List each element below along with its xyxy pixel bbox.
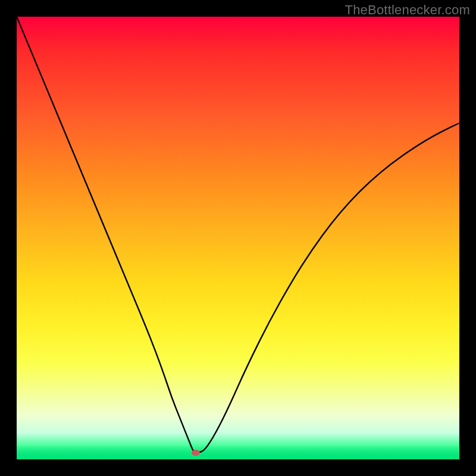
bottom-green-band <box>17 445 459 459</box>
curve-path <box>17 17 459 453</box>
watermark-text: TheBottlenecker.com <box>345 2 470 18</box>
bottleneck-curve <box>17 17 459 459</box>
chart-plot-area <box>17 17 459 459</box>
chart-frame: TheBottlenecker.com <box>0 0 476 476</box>
min-point-marker <box>192 450 200 456</box>
